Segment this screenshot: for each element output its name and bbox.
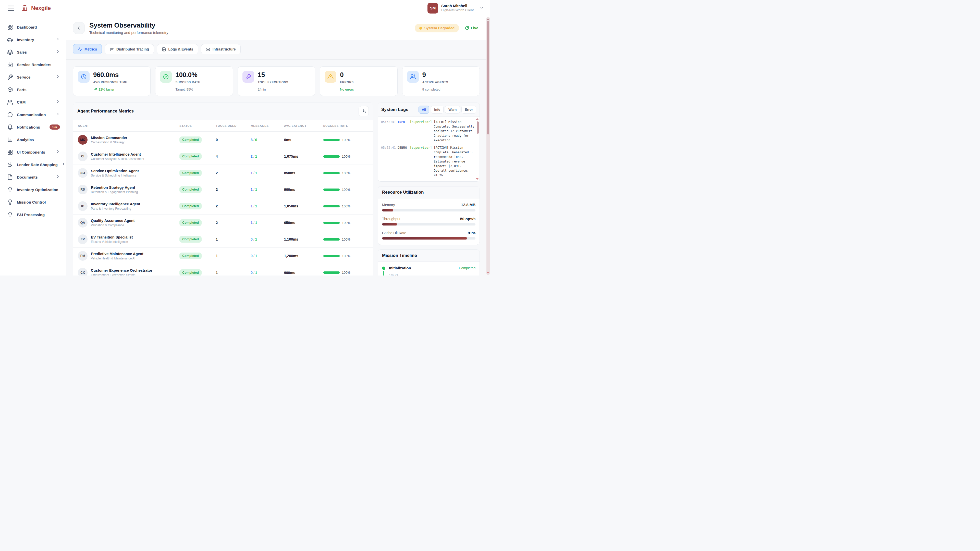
sidebar-item-documents[interactable]: Documents — [3, 171, 64, 183]
success-bar — [323, 156, 340, 158]
panel-title: System Logs — [381, 107, 408, 112]
user-name: Sarah Mitchell — [441, 3, 474, 8]
agent-performance-panel: Agent Performance Metrics AGENT STATUS T… — [73, 103, 373, 275]
scroll-up-icon[interactable] — [487, 18, 489, 20]
agent-avatar: CI — [78, 151, 88, 161]
sidebar-item-inventory-optimization[interactable]: Inventory Optimization — [3, 184, 64, 195]
user-role: High-Net-Worth Client — [441, 8, 474, 13]
progress-fill — [382, 223, 397, 225]
filter-error-button[interactable]: Error — [461, 106, 476, 114]
stat-label: ACTIVE AGENTS — [422, 81, 449, 84]
refresh-icon — [465, 26, 469, 30]
agent-avatar: RS — [78, 185, 88, 194]
success-bar — [323, 222, 340, 224]
sidebar-item-communication[interactable]: Communication — [3, 109, 64, 121]
log-scroll-down-icon[interactable] — [476, 178, 479, 180]
sidebar-item-label: Parts — [17, 87, 27, 92]
sidebar-item-fi-processing[interactable]: F&I Processing — [3, 209, 64, 221]
tab-metrics[interactable]: Metrics — [73, 44, 102, 54]
alert-triangle-icon — [325, 71, 336, 83]
status-pill: Completed — [180, 137, 202, 143]
table-header-row: AGENT STATUS TOOLS USED MESSAGES AVG LAT… — [73, 120, 373, 132]
sidebar-item-analytics[interactable]: Analytics — [3, 134, 64, 145]
sidebar-item-label: Sales — [17, 50, 27, 54]
filter-info-button[interactable]: Info — [431, 106, 444, 114]
column-header: SUCCESS RATE — [323, 124, 368, 127]
download-button[interactable] — [359, 106, 369, 116]
sidebar-item-mission-control[interactable]: Mission Control — [3, 196, 64, 208]
back-button[interactable] — [73, 22, 85, 34]
tab-logs-events[interactable]: Logs & Events — [157, 44, 198, 54]
tab-distributed-tracing[interactable]: Distributed Tracing — [105, 44, 154, 54]
table-row: RS Retention Strategy AgentRetention & E… — [73, 181, 373, 198]
sidebar-item-inventory[interactable]: Inventory — [3, 34, 64, 45]
stat-label: ERRORS — [340, 81, 353, 84]
bell-icon — [7, 124, 13, 130]
filter-warn-button[interactable]: Warn — [445, 106, 460, 114]
sidebar-item-service[interactable]: Service — [3, 71, 64, 83]
stat-value: 15 — [258, 71, 288, 79]
menu-icon[interactable] — [8, 6, 14, 11]
sidebar-item-service-reminders[interactable]: Service Reminders — [3, 59, 64, 70]
chevron-right-icon — [56, 37, 60, 42]
agent-avatar: QA — [78, 218, 88, 227]
sidebar-item-dashboard[interactable]: Dashboard — [3, 21, 64, 33]
wrench-icon — [7, 74, 13, 80]
stat-sub: 12% faster — [93, 87, 146, 91]
tab-infrastructure[interactable]: Infrastructure — [201, 44, 241, 54]
live-button[interactable]: Live — [465, 26, 478, 30]
stat-card-tool-executions: 15 TOOL EXECUTIONS 2/min — [238, 66, 315, 96]
sidebar-item-sales[interactable]: Sales — [3, 46, 64, 58]
right-rail: System Logs All Info Warn Error 05:52:41 — [378, 103, 480, 275]
box-icon — [7, 87, 13, 93]
chevron-right-icon — [56, 149, 60, 155]
trace-icon — [110, 47, 114, 52]
page-scrollbar[interactable] — [487, 17, 490, 275]
stat-value: 960.0ms — [93, 71, 127, 79]
status-dot-icon — [419, 27, 422, 30]
table-row: SO Service Optimization AgentService & S… — [73, 165, 373, 181]
file-text-icon — [162, 47, 166, 52]
status-pill: Completed — [180, 153, 202, 160]
agent-avatar: IP — [78, 201, 88, 211]
sidebar-item-lender-rate-shopping[interactable]: Lender Rate Shopping — [3, 159, 64, 170]
status-badge-label: System Degraded — [425, 26, 455, 30]
calendar-icon — [7, 62, 13, 68]
log-scroll-up-icon[interactable] — [476, 118, 479, 120]
log-entry: 05:52:32 INFO [customer-analyst] [ALERT]… — [381, 180, 474, 181]
bar-chart-icon — [7, 137, 13, 143]
sidebar-item-ui-components[interactable]: UI Components — [3, 146, 64, 158]
live-label: Live — [471, 26, 478, 30]
page-subtitle: Technical monitoring and performance tel… — [89, 30, 168, 35]
log-scrollbar-thumb[interactable] — [477, 121, 479, 134]
filter-all-button[interactable]: All — [418, 106, 430, 114]
trending-up-icon — [93, 87, 97, 91]
sidebar-item-crm[interactable]: CRM — [3, 96, 64, 108]
sidebar-item-label: Dashboard — [17, 25, 37, 29]
sidebar-item-notifications[interactable]: Notifications 137 — [3, 121, 64, 133]
panel-title: Agent Performance Metrics — [77, 109, 134, 114]
scroll-down-icon[interactable] — [487, 272, 489, 274]
progress-track — [382, 209, 476, 211]
grid-icon — [7, 24, 13, 30]
stat-value: 0 — [340, 71, 353, 79]
brand-name: Nexgile — [31, 5, 51, 11]
resource-throughput: Throughput50 ops/s — [382, 217, 476, 225]
tab-label: Logs & Events — [169, 47, 193, 51]
server-icon — [206, 47, 210, 52]
stat-label: TOOL EXECUTIONS — [258, 81, 288, 84]
agent-avatar: EV — [78, 234, 88, 244]
stat-sub: 2/min — [258, 87, 310, 91]
page-scrollbar-thumb[interactable] — [487, 21, 489, 135]
stat-card-avg-response-time: 960.0ms AVG RESPONSE TIME 12% faster — [73, 66, 151, 96]
download-icon — [361, 109, 366, 114]
chevron-left-icon — [76, 26, 81, 30]
tab-label: Distributed Tracing — [116, 47, 149, 51]
stat-sub: Target: 95% — [175, 87, 228, 91]
column-header: AGENT — [78, 124, 180, 127]
sidebar-item-parts[interactable]: Parts — [3, 84, 64, 95]
chevron-right-icon — [56, 112, 60, 117]
stat-value: 9 — [422, 71, 449, 79]
user-menu[interactable]: SM Sarah Mitchell High-Net-Worth Client — [428, 3, 484, 14]
table-row: QA Quality Assurance AgentValidation & C… — [73, 214, 373, 231]
